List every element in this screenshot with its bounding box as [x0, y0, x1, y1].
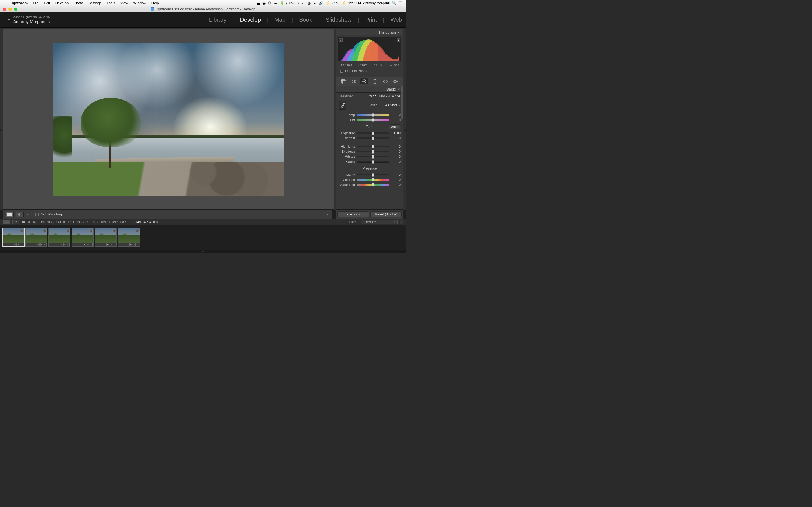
identity-dropdown-icon[interactable]: ▼: [48, 21, 50, 24]
adjustment-brush-tool[interactable]: [392, 78, 400, 84]
cloud-icon[interactable]: ☁: [273, 1, 277, 5]
tint-value[interactable]: 0: [391, 118, 401, 122]
tint-slider[interactable]: [357, 119, 389, 121]
vibrance-value[interactable]: 0: [391, 178, 401, 181]
dropbox-icon[interactable]: ⬓: [257, 1, 260, 5]
crop-tool[interactable]: [340, 78, 347, 84]
clock[interactable]: 1:27 PM: [348, 1, 361, 5]
filmstrip[interactable]: ◧±▭ ◧±▭ ◧±▭ ◧±▭ ◧±▭ ◧±▭: [0, 225, 406, 250]
module-map[interactable]: Map: [274, 17, 286, 23]
menulet2-icon[interactable]: ◍: [308, 1, 311, 5]
notifications-icon[interactable]: ☰: [399, 1, 402, 5]
nav-forward-icon[interactable]: ▶: [33, 220, 36, 224]
filmstrip-thumb[interactable]: ◧±▭: [71, 228, 94, 247]
soft-proof-checkbox[interactable]: [35, 213, 39, 216]
blacks-slider[interactable]: [357, 161, 389, 163]
filmstrip-thumb[interactable]: ◧±▭: [2, 228, 24, 247]
view-dropdown-icon[interactable]: ▼: [26, 213, 29, 216]
module-print[interactable]: Print: [365, 17, 377, 23]
gradient-filter-tool[interactable]: [371, 78, 379, 84]
menu-photo[interactable]: Photo: [71, 1, 86, 5]
spotlight-icon[interactable]: 🔍: [392, 1, 396, 5]
contrast-value[interactable]: 0: [391, 136, 401, 140]
module-develop[interactable]: Develop: [240, 17, 261, 23]
panel-scrollbar[interactable]: [401, 86, 403, 119]
module-library[interactable]: Library: [209, 17, 226, 23]
status-dot-icon[interactable]: ●: [297, 1, 300, 5]
loupe-view-button[interactable]: [6, 212, 13, 217]
airplay-icon[interactable]: ▲: [313, 1, 317, 5]
app-menu[interactable]: Lightroom: [7, 1, 30, 5]
wifi-icon[interactable]: ⚡: [326, 1, 330, 5]
menulet-icon[interactable]: ⚙: [268, 1, 271, 5]
menu-tools[interactable]: Tools: [104, 1, 117, 5]
previous-button[interactable]: Previous: [338, 211, 369, 217]
clarity-slider[interactable]: [357, 174, 389, 175]
filter-lock-icon[interactable]: [400, 220, 403, 224]
histogram-header[interactable]: Histogram▼: [336, 29, 403, 36]
module-slideshow[interactable]: Slideshow: [326, 17, 352, 23]
saturation-slider[interactable]: [357, 184, 389, 186]
shadows-slider[interactable]: [357, 151, 389, 152]
blacks-value[interactable]: 0: [391, 160, 401, 163]
menu-help[interactable]: Help: [149, 1, 161, 5]
screen1-button[interactable]: 1: [3, 220, 10, 224]
filmstrip-thumb[interactable]: ◧±▭: [95, 228, 117, 247]
vibrance-slider[interactable]: [357, 179, 389, 180]
menu-settings[interactable]: Settings: [86, 1, 104, 5]
white-balance-eyedropper[interactable]: [339, 101, 346, 110]
exposure-value[interactable]: 0.00: [391, 131, 401, 135]
module-book[interactable]: Book: [299, 17, 312, 23]
filmstrip-thumb[interactable]: ◧±▭: [118, 228, 140, 247]
wb-dropdown[interactable]: As Shot⇅: [380, 103, 400, 107]
redeye-tool[interactable]: [360, 78, 368, 84]
cc-icon[interactable]: ◉: [262, 1, 266, 5]
original-photo-checkbox[interactable]: [340, 69, 343, 73]
treatment-bw[interactable]: Black & White: [379, 94, 400, 98]
battery1-icon[interactable]: 🔋: [280, 1, 284, 5]
filter-dropdown[interactable]: Filters Off⇅: [361, 220, 398, 224]
saturation-value[interactable]: 0: [391, 183, 401, 186]
basic-panel-header[interactable]: Basic▼: [336, 86, 403, 93]
reset-button[interactable]: Reset (Adobe): [370, 211, 402, 217]
clarity-value[interactable]: 0: [391, 173, 401, 176]
spot-removal-tool[interactable]: [350, 78, 358, 84]
identity-name[interactable]: Anthony Morganti: [13, 19, 47, 24]
exposure-slider[interactable]: [357, 132, 389, 134]
screen2-button[interactable]: 2: [12, 220, 19, 224]
menu-develop[interactable]: Develop: [53, 1, 71, 5]
left-panel-expander[interactable]: ▶: [0, 124, 2, 135]
filmstrip-expander[interactable]: ▼: [0, 250, 406, 253]
toolbar-menu-icon[interactable]: ▼: [326, 213, 329, 216]
treatment-color[interactable]: Color: [368, 94, 376, 98]
highlights-value[interactable]: 0: [391, 145, 401, 148]
current-filename[interactable]: _LAN4573x5-4.tif ▼: [129, 220, 158, 224]
highlights-slider[interactable]: [357, 146, 389, 147]
auto-tone-button[interactable]: Auto: [389, 124, 400, 129]
shadows-value[interactable]: 0: [391, 150, 401, 153]
whites-slider[interactable]: [357, 156, 389, 158]
compare-view-button[interactable]: Y|Y: [16, 212, 24, 217]
nav-back-icon[interactable]: ◀: [28, 220, 30, 224]
radial-filter-tool[interactable]: [382, 78, 389, 84]
collection-path[interactable]: Collection : Quick Tips Episode 31: [39, 220, 90, 224]
right-panel-expander[interactable]: ◀: [404, 124, 406, 135]
grid-view-icon[interactable]: [22, 221, 24, 223]
temp-slider[interactable]: [357, 114, 389, 116]
module-web[interactable]: Web: [391, 17, 402, 23]
menu-view[interactable]: View: [118, 1, 131, 5]
volume-icon[interactable]: 🔊: [319, 1, 323, 5]
contrast-slider[interactable]: [357, 137, 389, 139]
menu-file[interactable]: File: [30, 1, 41, 5]
menu-window[interactable]: Window: [131, 1, 149, 5]
whites-value[interactable]: 0: [391, 155, 401, 158]
histogram-graph[interactable]: ▲ ▲: [338, 37, 401, 61]
image-viewer[interactable]: [3, 29, 334, 209]
user-menu[interactable]: Anthony Morganti: [363, 1, 390, 5]
filmstrip-thumb[interactable]: ◧±▭: [49, 228, 70, 247]
temp-value[interactable]: 0: [391, 113, 401, 117]
menu-edit[interactable]: Edit: [41, 1, 52, 5]
filmstrip-thumb[interactable]: ◧±▭: [26, 228, 47, 247]
display-icon[interactable]: ▭: [302, 1, 305, 5]
battery2-icon[interactable]: ⚡: [342, 1, 346, 5]
